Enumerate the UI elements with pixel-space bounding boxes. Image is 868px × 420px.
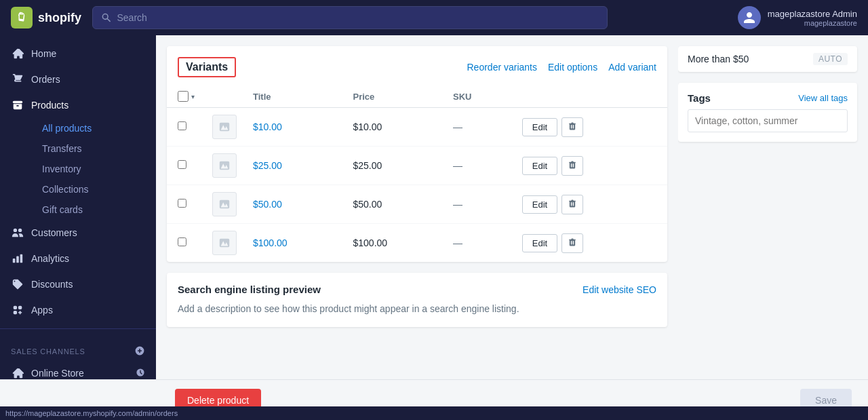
- variants-title: Variants: [178, 57, 236, 77]
- sidebar-item-inventory[interactable]: Inventory: [31, 159, 156, 179]
- edit-seo-link[interactable]: Edit website SEO: [583, 284, 656, 295]
- logo-icon: [11, 7, 33, 28]
- reorder-variants-link[interactable]: Reorder variants: [467, 62, 538, 73]
- home-icon: [11, 47, 24, 60]
- variant-delete-button[interactable]: [561, 233, 583, 253]
- select-all-checkbox[interactable]: [178, 91, 189, 102]
- sidebar-item-transfers[interactable]: Transfers: [31, 138, 156, 159]
- sidebar-item-orders[interactable]: Orders: [0, 66, 156, 92]
- variant-price: $50.00: [345, 185, 446, 224]
- sidebar-item-all-products[interactable]: All products: [31, 118, 156, 138]
- seo-description: Add a description to see how this produc…: [178, 302, 656, 316]
- search-input[interactable]: [117, 12, 599, 23]
- orders-icon: [11, 73, 24, 86]
- sidebar-item-apps[interactable]: Apps: [0, 297, 156, 323]
- table-row: $25.00 $25.00 — Edit: [167, 147, 667, 185]
- search-bar[interactable]: [92, 6, 608, 29]
- tags-input[interactable]: [688, 109, 848, 132]
- sidebar-item-gift-cards[interactable]: Gift cards: [31, 199, 156, 220]
- variant-title[interactable]: $25.00: [253, 160, 282, 171]
- statusbar-url: https://mageplazastore.myshopify.com/adm…: [5, 409, 178, 417]
- price-above-card: More than $50 AUTO: [678, 46, 857, 72]
- variant-action-buttons: Edit: [522, 156, 659, 176]
- row-checkbox[interactable]: [178, 237, 186, 246]
- add-channel-icon[interactable]: [134, 345, 145, 358]
- user-store: mageplazastore: [768, 19, 857, 27]
- sidebar-item-label-home: Home: [31, 48, 56, 59]
- apps-icon: [11, 303, 24, 317]
- sidebar-item-analytics[interactable]: Analytics: [0, 246, 156, 271]
- add-variant-link[interactable]: Add variant: [608, 62, 656, 73]
- variant-title[interactable]: $100.00: [253, 237, 288, 248]
- row-checkbox[interactable]: [178, 160, 186, 169]
- online-store-settings-icon[interactable]: [136, 368, 145, 379]
- sidebar-item-label-analytics: Analytics: [31, 253, 69, 264]
- right-column: More than $50 AUTO Tags View all tags: [678, 35, 868, 420]
- row-checkbox[interactable]: [178, 199, 186, 208]
- variants-header: Variants Reorder variants Edit options A…: [167, 46, 667, 77]
- col-price: Price: [345, 85, 446, 108]
- sidebar-item-home[interactable]: Home: [0, 41, 156, 66]
- variant-delete-button[interactable]: [561, 156, 583, 176]
- main-content: Variants Reorder variants Edit options A…: [156, 35, 868, 420]
- seo-title: Search engine listing preview: [178, 284, 321, 295]
- variant-image: [212, 115, 237, 139]
- user-info: mageplazastore Admin mageplazastore: [768, 9, 857, 27]
- select-all-wrapper: ▾: [178, 91, 196, 102]
- variant-delete-button[interactable]: [561, 117, 583, 137]
- sidebar-item-label-products: Products: [31, 100, 68, 111]
- seo-card: Search engine listing preview Edit websi…: [167, 273, 667, 327]
- status-bar: https://mageplazastore.myshopify.com/adm…: [0, 406, 868, 420]
- center-column: Variants Reorder variants Edit options A…: [156, 35, 678, 420]
- variants-table: ▾ Title Price SKU: [167, 85, 667, 262]
- variant-edit-button[interactable]: Edit: [522, 157, 557, 175]
- user-name: mageplazastore Admin: [768, 9, 857, 19]
- sidebar-item-label-orders: Orders: [31, 74, 60, 85]
- products-icon: [11, 98, 24, 112]
- sidebar-item-customers[interactable]: Customers: [0, 220, 156, 246]
- variant-price: $100.00: [345, 224, 446, 263]
- analytics-icon: [11, 252, 24, 265]
- variant-action-buttons: Edit: [522, 117, 659, 137]
- price-above-badge: AUTO: [813, 53, 848, 65]
- view-all-tags-link[interactable]: View all tags: [798, 93, 848, 103]
- col-sku: SKU: [445, 85, 514, 108]
- sidebar-item-discounts[interactable]: Discounts: [0, 271, 156, 297]
- sidebar-item-products[interactable]: Products: [0, 92, 156, 118]
- variant-sku: —: [445, 185, 514, 224]
- discounts-icon: [11, 278, 24, 291]
- variant-sku: —: [445, 108, 514, 147]
- row-checkbox[interactable]: [178, 121, 186, 130]
- tags-title: Tags: [688, 92, 711, 104]
- products-submenu: All products Transfers Inventory Collect…: [0, 118, 156, 220]
- variant-image: [212, 192, 237, 216]
- variant-edit-button[interactable]: Edit: [522, 195, 557, 214]
- variant-image: [212, 231, 237, 255]
- variant-sku: —: [445, 224, 514, 263]
- variant-title[interactable]: $10.00: [253, 121, 282, 132]
- online-store-icon: [11, 366, 24, 380]
- table-row: $50.00 $50.00 — Edit: [167, 185, 667, 224]
- sidebar-item-collections[interactable]: Collections: [31, 179, 156, 199]
- shopify-logo[interactable]: shopify: [11, 7, 81, 28]
- edit-options-link[interactable]: Edit options: [548, 62, 597, 73]
- sidebar-item-label-online-store: Online Store: [31, 368, 84, 379]
- variant-action-buttons: Edit: [522, 233, 659, 253]
- variant-edit-button[interactable]: Edit: [522, 118, 557, 136]
- variant-edit-button[interactable]: Edit: [522, 234, 557, 252]
- table-row: $10.00 $10.00 — Edit: [167, 108, 667, 147]
- variant-sku: —: [445, 147, 514, 185]
- variant-title[interactable]: $50.00: [253, 199, 282, 210]
- sidebar-item-label-apps: Apps: [31, 305, 53, 316]
- table-row: $100.00 $100.00 — Edit: [167, 224, 667, 263]
- user-menu[interactable]: mageplazastore Admin mageplazastore: [738, 6, 857, 29]
- sidebar-divider: [0, 328, 156, 329]
- sidebar-item-label-customers: Customers: [31, 227, 77, 238]
- variant-delete-button[interactable]: [561, 195, 583, 214]
- select-all-dropdown[interactable]: ▾: [190, 92, 196, 102]
- avatar: [738, 6, 761, 29]
- tags-card: Tags View all tags: [678, 83, 857, 142]
- col-title: Title: [245, 85, 345, 108]
- variants-card: Variants Reorder variants Edit options A…: [167, 46, 667, 262]
- price-above-label: More than $50: [688, 54, 749, 64]
